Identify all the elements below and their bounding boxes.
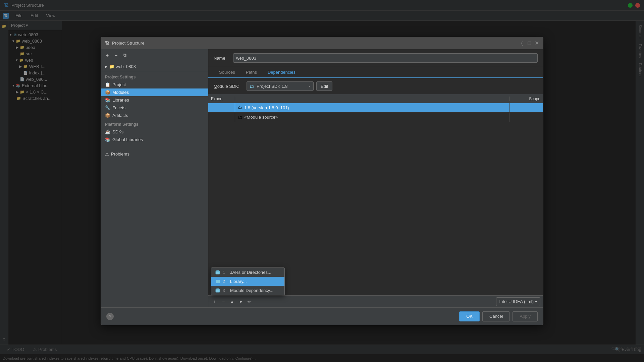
- dependencies-area: Export Scope 🗂 1.8 (version 1.8.0_101): [208, 95, 543, 307]
- tab-sources[interactable]: Sources: [214, 67, 240, 78]
- svg-rect-2: [216, 280, 217, 283]
- dropdown-item-module-dep-label: Module Dependency...: [230, 288, 273, 293]
- nav-sdks[interactable]: ☕ SDKs: [101, 128, 208, 136]
- dialog-title: 🏗 Project Structure: [105, 41, 145, 46]
- sdk-dropdown[interactable]: 🗂 Project SDK 1.8 ▾: [247, 81, 314, 91]
- project-settings-header: Project Settings: [101, 72, 208, 81]
- left-toolbar: + − ⧉: [101, 49, 208, 61]
- dropdown-arrow-icon: ▾: [309, 84, 311, 88]
- name-row: Name:: [208, 49, 543, 67]
- cell-scope-0: [509, 103, 543, 112]
- move-down-button[interactable]: ▼: [237, 298, 245, 305]
- svg-rect-3: [217, 280, 218, 283]
- dialog-overlay: 🏗 Project Structure ⟨ □ ✕ + − ⧉: [0, 0, 644, 362]
- tab-paths[interactable]: Paths: [240, 67, 262, 78]
- nav-libraries[interactable]: 📚 Libraries: [101, 96, 208, 104]
- edit-dep-button[interactable]: ✏: [246, 298, 253, 305]
- deps-toolbar: 1 JARs or Directories...: [208, 295, 543, 307]
- nav-facets[interactable]: 🔧 Facets: [101, 104, 208, 112]
- col-export-header: Export: [208, 97, 235, 101]
- add-dependency-dropdown: 1 JARs or Directories...: [211, 267, 285, 295]
- project-structure-dialog: 🏗 Project Structure ⟨ □ ✕ + − ⧉: [101, 37, 543, 325]
- add-module-button[interactable]: +: [104, 52, 111, 59]
- dropdown-item-module-dep[interactable]: 3 Module Dependency...: [211, 286, 284, 295]
- tab-dependencies[interactable]: Dependencies: [262, 67, 301, 78]
- cell-scope-1: [509, 113, 543, 122]
- dropdown-item-library-label: Library...: [230, 279, 247, 284]
- ok-button[interactable]: OK: [459, 311, 480, 321]
- svg-rect-4: [218, 280, 220, 283]
- item-num-1: 1: [223, 270, 227, 275]
- library-icon: [215, 279, 220, 284]
- dialog-right-panel: Name: Sources Paths Dependencies Module …: [208, 49, 543, 307]
- jars-icon: [215, 270, 220, 275]
- dep-folder-icon: 🗂: [238, 105, 242, 110]
- add-dep-button[interactable]: +: [211, 298, 218, 305]
- help-button[interactable]: ?: [106, 313, 114, 320]
- cell-export-1: [208, 113, 235, 122]
- deps-list: 🗂 1.8 (version 1.8.0_101) 🗂 <Mo: [208, 103, 543, 295]
- dialog-left-panel: + − ⧉ ▶ 📁 web_0803 Project Settings: [101, 49, 208, 307]
- format-dropdown-arrow-icon: ▾: [535, 299, 537, 304]
- nav-global-libraries[interactable]: 📚 Global Libraries: [101, 136, 208, 143]
- format-dropdown[interactable]: IntelliJ IDEA (.iml) ▾: [496, 297, 540, 306]
- svg-rect-6: [216, 289, 219, 290]
- dropdown-item-library[interactable]: 2 Library...: [211, 277, 284, 286]
- cell-name-1: 🗂 <Module source>: [235, 115, 509, 120]
- nav-problems[interactable]: ⚠ Problems: [101, 150, 208, 158]
- item-num-2: 2: [223, 279, 227, 284]
- dep-name-0: 1.8 (version 1.8.0_101): [244, 105, 289, 110]
- nav-modules[interactable]: 📦 Modules: [101, 88, 208, 96]
- module-dep-icon: [215, 288, 220, 293]
- remove-dep-button[interactable]: −: [220, 298, 227, 305]
- apply-button[interactable]: Apply: [513, 311, 538, 321]
- format-dropdown-value: IntelliJ IDEA (.iml): [499, 299, 534, 304]
- dialog-close-button[interactable]: ✕: [534, 41, 539, 46]
- remove-module-button[interactable]: −: [112, 52, 120, 59]
- cancel-button[interactable]: Cancel: [482, 311, 510, 321]
- item-num-3: 3: [223, 288, 227, 293]
- name-label: Name:: [214, 56, 230, 61]
- dep-folder-icon: 🗂: [238, 115, 242, 120]
- table-row[interactable]: 🗂 <Module source>: [208, 113, 543, 122]
- sdk-row: Module SDK: 🗂 Project SDK 1.8 ▾ Edit: [208, 78, 543, 95]
- col-scope-header: Scope: [509, 97, 543, 101]
- dialog-title-bar: 🏗 Project Structure ⟨ □ ✕: [101, 37, 543, 49]
- table-row[interactable]: 🗂 1.8 (version 1.8.0_101): [208, 103, 543, 113]
- dialog-maximize-button[interactable]: □: [527, 41, 532, 46]
- copy-module-button[interactable]: ⧉: [121, 52, 128, 59]
- move-up-button[interactable]: ▲: [228, 298, 236, 305]
- platform-settings-header: Platform Settings: [101, 119, 208, 128]
- deps-table-header: Export Scope: [208, 95, 543, 103]
- dialog-footer: ? OK Cancel Apply: [101, 307, 543, 325]
- nav-artifacts[interactable]: 📦 Artifacts: [101, 112, 208, 119]
- dialog-body: + − ⧉ ▶ 📁 web_0803 Project Settings: [101, 49, 543, 307]
- dialog-minimize-button[interactable]: ⟨: [520, 41, 524, 46]
- nav-project[interactable]: 📋 Project: [101, 81, 208, 88]
- edit-sdk-button[interactable]: Edit: [316, 81, 332, 91]
- cell-name-0: 🗂 1.8 (version 1.8.0_101): [235, 105, 509, 110]
- left-module-tree-item[interactable]: ▶ 📁 web_0803: [104, 63, 205, 70]
- sdk-label: Module SDK:: [214, 84, 244, 89]
- svg-rect-1: [216, 270, 219, 272]
- cell-export-0: [208, 103, 235, 112]
- dep-name-1: <Module source>: [244, 115, 278, 120]
- name-input[interactable]: [233, 53, 538, 63]
- module-tabs: Sources Paths Dependencies: [208, 67, 543, 78]
- dropdown-item-jars-label: JARs or Directories...: [230, 270, 271, 275]
- dropdown-item-jars[interactable]: 1 JARs or Directories...: [211, 268, 284, 277]
